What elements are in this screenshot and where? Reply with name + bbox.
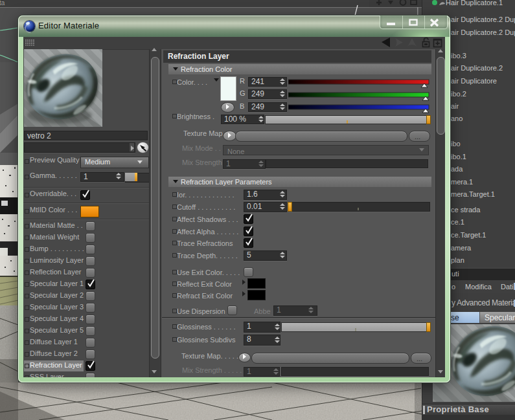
- svg-text:ta: ta: [0, 0, 5, 6]
